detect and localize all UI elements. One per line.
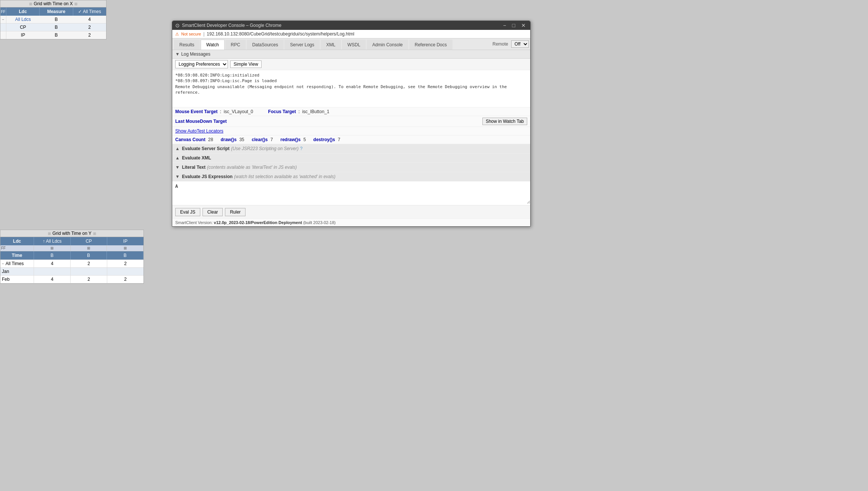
log-toolbar: Logging Preferences Simple View	[172, 59, 530, 70]
expand-icon[interactable]: −	[2, 262, 4, 266]
not-secure-label: ⚠	[175, 32, 179, 37]
eval-js-section: ▼ Evaluate JS Expression (watch list sel…	[172, 172, 530, 181]
remote-label: Remote	[492, 41, 508, 47]
grid-time-on-y: ⊞ Grid with Time on Y ⊞ Ldc ↑ All Ldcs C…	[0, 230, 144, 284]
eval-xml-section: ▲ Evaluate XML	[172, 153, 530, 163]
expand-icon[interactable]	[0, 24, 6, 31]
chrome-title: SmartClient Developer Console – Google C…	[182, 23, 281, 28]
tab-datasources[interactable]: DataSources	[247, 40, 284, 50]
grid-y-b-ip: B	[107, 251, 143, 260]
simple-view-button[interactable]: Simple View	[230, 60, 262, 68]
canvas-count-row: Canvas Count 28 draw()s 35 clear()s 7 re…	[172, 136, 530, 144]
alltimes-ip-cell: 2	[107, 260, 143, 267]
not-secure-text: Not secure	[181, 32, 201, 36]
tab-rpc[interactable]: RPC	[225, 40, 246, 50]
grid-y-ip-col[interactable]: IP	[107, 237, 143, 245]
grid-x-header: FF Ldc Measure ✓ All Times	[0, 7, 106, 16]
literal-text-section: ▼ Literal Text (contents available as 'l…	[172, 163, 530, 172]
jan-allldcs-cell	[34, 268, 71, 275]
eval-server-script-header[interactable]: ▲ Evaluate Server Script (Use JSR223 Scr…	[172, 144, 530, 153]
target-row: Mouse Event Target : isc_VLayout_0 Focus…	[172, 108, 530, 116]
ldc-cell: IP	[6, 31, 40, 39]
jan-ip-cell	[107, 268, 143, 275]
eval-server-script-subtitle: (Use JSR223 Scripting on Server)	[231, 146, 299, 151]
grid-x-times-header: ✓ All Times	[73, 7, 106, 16]
logging-prefs-select[interactable]: Logging Preferences	[175, 60, 228, 68]
checkmark-icon: ✓	[78, 9, 82, 14]
chrome-addressbar: ⚠ Not secure | 192.168.10.132:8080/CubeG…	[172, 30, 530, 38]
literal-text-header[interactable]: ▼ Literal Text (contents available as 'l…	[172, 163, 530, 172]
table-row: − All Ldcs B 4	[0, 16, 106, 24]
grid-x-title: ⊞ Grid with Time on X ⊞	[0, 0, 106, 7]
version-row: SmartClient Version: v12.0p_2023-02-18/P…	[172, 219, 530, 226]
table-row: CP B 2	[0, 24, 106, 31]
ff-sub-icon2: ⊞	[87, 246, 90, 250]
remote-select[interactable]: Off On	[511, 40, 529, 48]
tab-referencedocs[interactable]: Reference Docs	[409, 40, 452, 50]
feb-text: Feb	[2, 277, 10, 282]
redraw-stat: redraw()s 5	[281, 137, 306, 142]
log-content: *08:59:08.020:INFO:Log:initialized *08:5…	[172, 70, 530, 108]
expand-icon[interactable]	[0, 31, 6, 39]
value-cell: 2	[73, 24, 106, 31]
eval-js-title: Evaluate JS Expression	[182, 174, 232, 179]
grid-time-on-x: ⊞ Grid with Time on X ⊞ FF Ldc Measure ✓…	[0, 0, 106, 40]
ruler-button[interactable]: Ruler	[225, 208, 245, 216]
js-expression-area: A	[172, 181, 530, 205]
close-button[interactable]: ✕	[520, 22, 527, 28]
canvas-count-label: Canvas Count 28	[175, 137, 213, 142]
maximize-button[interactable]: □	[511, 22, 517, 28]
grid-x-measure-header[interactable]: Measure	[39, 7, 72, 16]
help-icon: ?	[300, 146, 303, 151]
js-expression-input[interactable]: A	[172, 181, 530, 204]
grid-y-ff-sub1: ⊞	[34, 245, 71, 251]
show-autotest-locators-link[interactable]: Show AutoTest Locators	[175, 128, 223, 134]
grid-y-header-top: Ldc ↑ All Ldcs CP IP	[0, 237, 143, 245]
literal-text-title: Literal Text	[182, 165, 206, 170]
log-line-1: *08:59:08.020:INFO:Log:initialized	[175, 72, 527, 78]
minimize-button[interactable]: −	[501, 22, 507, 28]
eval-xml-toggle: ▲	[175, 155, 180, 161]
alltimes-cp-cell: 2	[71, 260, 107, 267]
feb-cp-cell: 2	[71, 276, 107, 283]
eval-server-script-title: Evaluate Server Script	[182, 146, 229, 151]
expand-icon[interactable]: −	[0, 16, 6, 23]
grid-y-time-header[interactable]: Time	[0, 251, 34, 260]
ff-icon-y: FF	[1, 246, 6, 250]
grid-y-ldc-col[interactable]: Ldc	[0, 237, 34, 245]
jan-cp-cell	[71, 268, 107, 275]
table-row: − All Times 4 2 2	[0, 260, 143, 268]
grid-y-ff-cell: FF	[0, 245, 34, 251]
eval-xml-title: Evaluate XML	[182, 155, 211, 161]
log-messages-toggle: ▼	[175, 52, 180, 57]
table-row: IP B 2	[0, 31, 106, 39]
eval-xml-header[interactable]: ▲ Evaluate XML	[172, 153, 530, 162]
chrome-titlebar-controls: − □ ✕	[501, 22, 527, 28]
jan-text: Jan	[2, 269, 9, 274]
tab-watch[interactable]: Watch	[201, 40, 225, 50]
grid-y-ff-sub2: ⊞	[71, 245, 107, 251]
feb-ip-cell: 2	[107, 276, 143, 283]
address-url[interactable]: 192.168.10.132:8080/CubeGrid/testcubegri…	[207, 31, 354, 37]
tab-adminconsole[interactable]: Admin Console	[367, 40, 408, 50]
tab-wsdl[interactable]: WSDL	[342, 40, 366, 50]
log-line-3: Remote Debugging unavailable (Messaging …	[175, 84, 527, 96]
grid-y-ff-sub3: ⊞	[107, 245, 143, 251]
eval-js-header[interactable]: ▼ Evaluate JS Expression (watch list sel…	[172, 172, 530, 181]
tab-results[interactable]: Results	[174, 40, 200, 50]
grid-y-ff-row: FF ⊞ ⊞ ⊞	[0, 245, 143, 251]
table-row: Feb 4 2 2	[0, 276, 143, 283]
show-in-watch-tab-button[interactable]: Show in Watch Tab	[482, 118, 527, 125]
grid-y-allldcs-col[interactable]: ↑ All Ldcs	[34, 237, 71, 245]
move-icon-x: ⊞	[29, 2, 32, 6]
tab-xml[interactable]: XML	[321, 40, 341, 50]
dev-console-body: ▼ Log Messages Logging Preferences Simpl…	[172, 50, 530, 226]
clear-button[interactable]: Clear	[203, 208, 223, 216]
chrome-window: ⊙ SmartClient Developer Console – Google…	[172, 21, 531, 227]
grid-y-b-cp: B	[71, 251, 107, 260]
grid-x-ldc-header[interactable]: Ldc	[6, 7, 39, 16]
tab-serverlogs[interactable]: Server Logs	[284, 40, 320, 50]
log-messages-section-header[interactable]: ▼ Log Messages	[172, 50, 530, 59]
eval-js-button[interactable]: Eval JS	[175, 208, 200, 216]
grid-y-cp-col[interactable]: CP	[71, 237, 107, 245]
